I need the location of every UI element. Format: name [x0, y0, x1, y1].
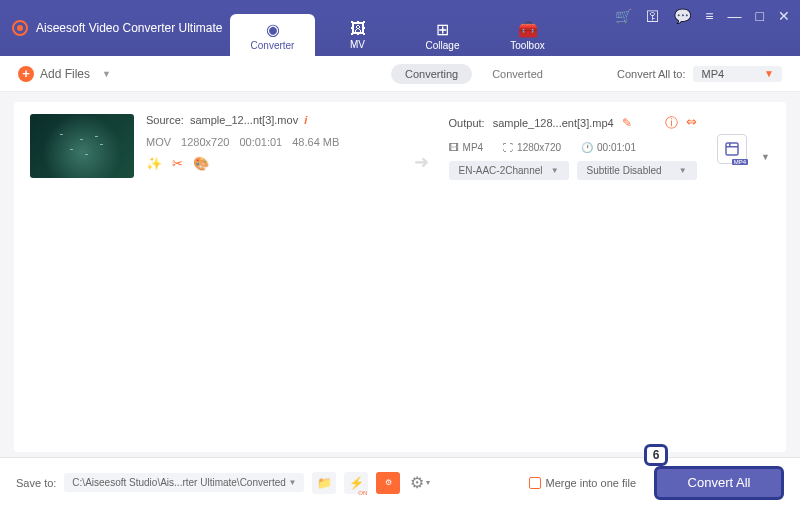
- info-icon[interactable]: i: [304, 114, 307, 126]
- info-circle-icon[interactable]: ⓘ: [665, 114, 678, 132]
- tab-label: MV: [350, 39, 365, 50]
- plus-icon: +: [18, 66, 34, 82]
- output-label: Output:: [449, 117, 485, 129]
- menu-icon[interactable]: ≡: [705, 8, 713, 24]
- expand-icon: ⛶: [503, 142, 513, 153]
- add-files-button[interactable]: + Add Files ▼: [18, 66, 111, 82]
- folder-open-button[interactable]: 📁: [312, 472, 336, 494]
- format-badge: MP4: [732, 159, 748, 165]
- arrow-icon: ➜: [407, 144, 437, 180]
- output-format: MP4: [463, 142, 484, 153]
- save-path-select[interactable]: C:\Aiseesoft Studio\Ais...rter Ultimate\…: [64, 473, 304, 492]
- source-resolution: 1280x720: [181, 136, 229, 148]
- cart-icon[interactable]: 🛒: [615, 8, 632, 24]
- save-to-label: Save to:: [16, 477, 56, 489]
- output-resolution: 1280x720: [517, 142, 561, 153]
- subtitle-select[interactable]: Subtitle Disabled ▼: [577, 161, 697, 180]
- merge-label: Merge into one file: [546, 477, 637, 489]
- chevron-down-icon: ▼: [102, 69, 111, 79]
- wand-icon[interactable]: ✨: [146, 156, 162, 171]
- palette-icon[interactable]: 🎨: [193, 156, 209, 171]
- checkbox-icon: [529, 477, 541, 489]
- source-filename: sample_12...nt[3].mov: [190, 114, 298, 126]
- source-format: MOV: [146, 136, 171, 148]
- minimize-icon[interactable]: —: [728, 8, 742, 24]
- converter-icon: ◉: [266, 20, 280, 39]
- scissors-icon[interactable]: ✂: [172, 156, 183, 171]
- step-badge: 6: [644, 444, 668, 466]
- format-value: MP4: [701, 68, 724, 80]
- source-size: 48.64 MB: [292, 136, 339, 148]
- tab-toolbox[interactable]: 🧰 Toolbox: [485, 14, 570, 56]
- chevron-down-icon: ▼: [551, 166, 559, 175]
- source-duration: 00:01:01: [239, 136, 282, 148]
- audio-value: EN-AAC-2Channel: [459, 165, 543, 176]
- merge-checkbox[interactable]: Merge into one file: [529, 477, 637, 489]
- key-icon[interactable]: ⚿: [646, 8, 660, 24]
- tab-collage[interactable]: ⊞ Collage: [400, 14, 485, 56]
- tab-label: Collage: [426, 40, 460, 51]
- toolbox-icon: 🧰: [518, 20, 538, 39]
- output-duration: 00:01:01: [597, 142, 636, 153]
- rename-icon[interactable]: ✎: [622, 116, 632, 130]
- svg-rect-0: [726, 143, 738, 155]
- tab-label: Converter: [251, 40, 295, 51]
- convert-all-to-label: Convert All to:: [617, 68, 685, 80]
- feedback-icon[interactable]: 💬: [674, 8, 691, 24]
- chevron-down-icon: ▼: [679, 166, 687, 175]
- tab-mv[interactable]: 🖼 MV: [315, 14, 400, 56]
- compress-icon[interactable]: ⇔: [686, 114, 697, 132]
- clock-icon: 🕐: [581, 142, 593, 153]
- maximize-icon[interactable]: □: [756, 8, 764, 24]
- save-path-value: C:\Aiseesoft Studio\Ais...rter Ultimate\…: [72, 477, 285, 488]
- subtab-converted[interactable]: Converted: [478, 64, 557, 84]
- subtab-converting[interactable]: Converting: [391, 64, 472, 84]
- format-select[interactable]: MP4 ▼: [693, 66, 782, 82]
- film-icon: 🎞: [449, 142, 459, 153]
- mv-icon: 🖼: [350, 20, 366, 38]
- chevron-down-icon: ▼: [764, 68, 774, 79]
- gpu-button[interactable]: ⚙ON: [376, 472, 400, 494]
- chevron-down-icon: ▼: [288, 478, 296, 487]
- tab-label: Toolbox: [510, 40, 544, 51]
- close-icon[interactable]: ✕: [778, 8, 790, 24]
- chevron-down-icon[interactable]: ▼: [761, 152, 770, 162]
- tab-converter[interactable]: ◉ Converter: [230, 14, 315, 56]
- output-settings-button[interactable]: MP4: [717, 134, 747, 164]
- app-title: Aiseesoft Video Converter Ultimate: [36, 21, 223, 35]
- output-filename: sample_128...ent[3].mp4: [493, 117, 614, 129]
- subtitle-value: Subtitle Disabled: [587, 165, 662, 176]
- app-logo: Aiseesoft Video Converter Ultimate: [12, 20, 223, 36]
- brand-icon: [12, 20, 28, 36]
- settings-button[interactable]: ⚙▾: [410, 473, 430, 492]
- video-thumbnail[interactable]: [30, 114, 134, 178]
- file-item: Source: sample_12...nt[3].mov i MOV 1280…: [30, 114, 770, 180]
- convert-all-button[interactable]: Convert All: [654, 466, 784, 500]
- source-label: Source:: [146, 114, 184, 126]
- add-files-label: Add Files: [40, 67, 90, 81]
- hardware-accel-button[interactable]: ⚡ON: [344, 472, 368, 494]
- collage-icon: ⊞: [436, 20, 449, 39]
- audio-select[interactable]: EN-AAC-2Channel ▼: [449, 161, 569, 180]
